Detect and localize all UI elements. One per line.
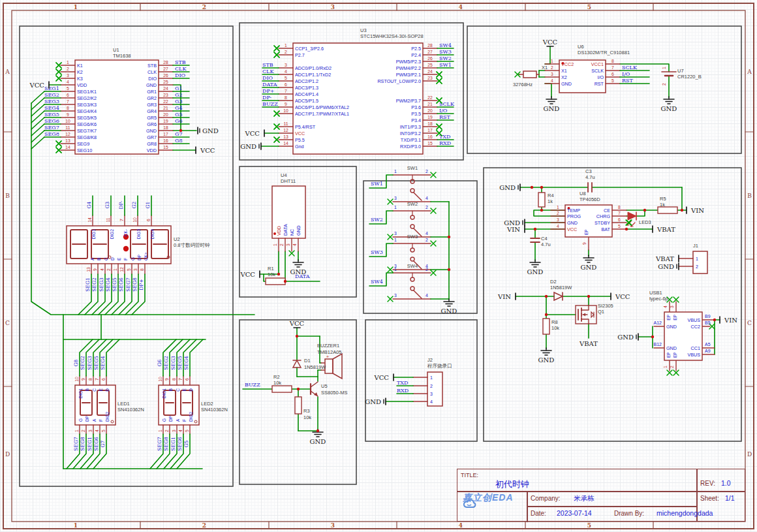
pin-name[interactable]: SEG4/K4 bbox=[77, 108, 97, 114]
pin-name[interactable]: E bbox=[99, 388, 103, 391]
part-cap[interactable] bbox=[588, 183, 592, 192]
net-label-G7[interactable]: G7 bbox=[100, 440, 106, 447]
pin-number[interactable]: 24 bbox=[427, 69, 433, 74]
pin-name[interactable]: DIG1 bbox=[91, 229, 96, 240]
power-flag-label[interactable]: GND bbox=[202, 127, 219, 134]
pin-name[interactable]: G bbox=[162, 418, 166, 422]
text-label[interactable]: LED3 bbox=[639, 219, 651, 225]
net-label-SW3[interactable]: SW3 bbox=[371, 249, 383, 255]
net-label-SW4[interactable]: SW4 bbox=[371, 279, 383, 285]
pin-number[interactable]: 5 bbox=[127, 268, 131, 271]
net-label-SEG1[interactable]: SEG1 bbox=[87, 437, 93, 450]
component-U6[interactable]: U6DS1302M/TR_C9108811VCC22X13X24GND8VCC1… bbox=[545, 44, 649, 93]
pin-name[interactable]: CK- bbox=[123, 229, 128, 236]
net-label-G1[interactable]: G1 bbox=[175, 86, 182, 91]
text-label[interactable]: D1 bbox=[304, 358, 311, 364]
pin-name[interactable]: GR3 bbox=[147, 102, 157, 108]
net-label-G3[interactable]: G3 bbox=[175, 99, 182, 104]
pin-name[interactable]: D bbox=[110, 257, 115, 260]
pin-name[interactable]: TXD/P3.1 bbox=[401, 137, 421, 143]
net-label-BUZZ[interactable]: BUZZ bbox=[245, 382, 260, 388]
part-cap[interactable] bbox=[531, 238, 540, 242]
pin-name[interactable]: SEG8/K8 bbox=[77, 134, 97, 140]
power-flag-vcc[interactable]: VCC bbox=[244, 130, 264, 137]
pin-number[interactable]: 13 bbox=[86, 267, 91, 272]
pin-number[interactable]: 4 bbox=[551, 78, 553, 83]
pin-number[interactable]: 2 bbox=[279, 243, 284, 246]
net-label-SEG7[interactable]: SEG7 bbox=[73, 437, 79, 451]
pin-name[interactable]: STB bbox=[147, 63, 157, 69]
pin-number[interactable]: 1 bbox=[273, 243, 277, 246]
pin-name[interactable]: GR2 bbox=[147, 95, 157, 101]
net-label-TXD[interactable]: TXD bbox=[397, 380, 408, 386]
pin-number[interactable]: 23 bbox=[427, 76, 433, 80]
pin-name[interactable]: B bbox=[97, 258, 101, 260]
pin-number[interactable]: 2 bbox=[696, 264, 698, 269]
net-label-G5[interactable]: G5 bbox=[175, 112, 182, 117]
gnd-symbol[interactable]: GND bbox=[581, 255, 597, 271]
pin-name[interactable]: SEG10 bbox=[77, 148, 92, 153]
pin-number[interactable]: 5 bbox=[185, 430, 189, 432]
pin-number[interactable]: 6 bbox=[611, 72, 614, 76]
pin-number[interactable]: 3 bbox=[394, 231, 397, 236]
pin-number[interactable]: 7 bbox=[67, 99, 69, 104]
text-label[interactable]: 4 bbox=[663, 305, 668, 308]
gnd-symbol[interactable]: GND bbox=[527, 260, 544, 275]
pin-number[interactable]: 17 bbox=[427, 128, 433, 133]
text-label[interactable]: 1 bbox=[662, 67, 666, 69]
schematic-canvas[interactable]: 1122334455AABBCCDDU1TM16381K12K23K34VDD5… bbox=[0, 0, 757, 532]
pin-number[interactable]: 4 bbox=[67, 80, 69, 84]
pin-name[interactable]: DIG1 bbox=[78, 388, 83, 399]
net-label-DIO[interactable]: DIO bbox=[175, 72, 186, 78]
power-flag-vcc[interactable]: VCC bbox=[239, 271, 260, 278]
power-flag-label[interactable]: VIN bbox=[497, 293, 511, 300]
pin-number[interactable]: 4 bbox=[292, 243, 297, 246]
net-label-G4[interactable]: G4 bbox=[175, 105, 182, 111]
pin-number[interactable]: 28 bbox=[427, 43, 433, 48]
pin-number[interactable]: 21 bbox=[427, 102, 433, 106]
pin-number[interactable]: 22 bbox=[163, 99, 168, 104]
pin-number[interactable]: 27 bbox=[163, 67, 168, 71]
power-label-gnd[interactable]: GND bbox=[661, 105, 677, 112]
pin-name[interactable]: SEG6/K6 bbox=[77, 121, 97, 127]
pin-name[interactable]: B bbox=[168, 388, 173, 391]
text-label[interactable]: CC2 bbox=[691, 324, 700, 330]
net-label-G2[interactable]: G2 bbox=[175, 92, 182, 98]
pin-name[interactable]: DATA bbox=[283, 224, 288, 236]
designator[interactable]: LED1 bbox=[117, 401, 130, 407]
text-label[interactable]: GND bbox=[666, 345, 677, 351]
pin-name[interactable]: ADC2/P1.2 bbox=[295, 78, 318, 84]
power-label-gnd[interactable]: GND bbox=[538, 356, 555, 364]
text-label[interactable]: VBAT bbox=[579, 340, 598, 347]
gnd-symbol[interactable]: GND bbox=[441, 299, 457, 315]
text-label[interactable]: R5 bbox=[660, 196, 666, 202]
pin-number[interactable]: 24 bbox=[163, 86, 168, 91]
designator[interactable]: U8 bbox=[579, 191, 586, 196]
component-U2[interactable]: U20.8寸数码管时钟14DIG1G411DIG2G37CK-DP-10DIG3… bbox=[67, 196, 210, 315]
pin-name[interactable]: DP bbox=[137, 255, 142, 260]
wire[interactable] bbox=[31, 104, 44, 116]
pin-number[interactable]: 4 bbox=[557, 224, 559, 228]
net-label-DATA[interactable]: DATA bbox=[295, 274, 310, 279]
pin-name[interactable]: P5.4/RST bbox=[295, 124, 316, 130]
pin-name[interactable]: DIG2 bbox=[189, 411, 193, 422]
net-label-SEG3[interactable]: SEG3 bbox=[99, 277, 104, 292]
value[interactable]: TP4056D bbox=[579, 196, 600, 202]
pin-number[interactable]: 3 bbox=[285, 63, 287, 67]
pin-number[interactable]: 1 bbox=[113, 268, 117, 271]
power-flag-gnd[interactable]: GND bbox=[617, 334, 638, 341]
designator[interactable]: U3 bbox=[360, 27, 367, 33]
pin-name[interactable]: NC bbox=[290, 229, 294, 236]
power-flag-label[interactable]: GND bbox=[365, 398, 381, 405]
pin-name[interactable]: DIG1 bbox=[162, 388, 166, 399]
text-label[interactable]: 10k bbox=[551, 325, 559, 331]
pin-name[interactable]: G bbox=[78, 418, 83, 422]
pin-number[interactable]: 3 bbox=[394, 293, 397, 298]
power-flag-gnd[interactable]: GND bbox=[198, 127, 219, 134]
pin-number[interactable]: 2 bbox=[285, 50, 287, 54]
net-label-SEG6[interactable]: SEG6 bbox=[44, 118, 59, 124]
power-flag-label[interactable]: VCC bbox=[200, 147, 215, 154]
pin-name[interactable]: INT0/P3.2 bbox=[400, 131, 421, 136]
pin-number[interactable]: 8 bbox=[285, 95, 287, 100]
net-label-SW2[interactable]: SW2 bbox=[371, 217, 383, 223]
